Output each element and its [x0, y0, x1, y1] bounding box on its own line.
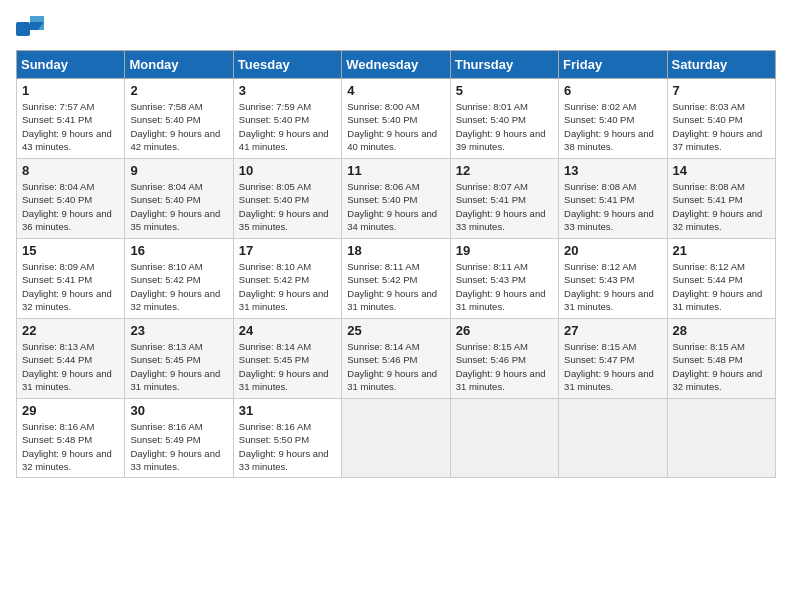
weekday-header-thursday: Thursday — [450, 51, 558, 79]
calendar-table: SundayMondayTuesdayWednesdayThursdayFrid… — [16, 50, 776, 478]
calendar-week-4: 22 Sunrise: 8:13 AMSunset: 5:44 PMDaylig… — [17, 319, 776, 399]
calendar-cell: 20 Sunrise: 8:12 AMSunset: 5:43 PMDaylig… — [559, 239, 667, 319]
weekday-header-monday: Monday — [125, 51, 233, 79]
calendar-cell: 11 Sunrise: 8:06 AMSunset: 5:40 PMDaylig… — [342, 159, 450, 239]
cell-info: Sunrise: 8:03 AMSunset: 5:40 PMDaylight:… — [673, 101, 763, 152]
calendar-cell: 15 Sunrise: 8:09 AMSunset: 5:41 PMDaylig… — [17, 239, 125, 319]
cell-info: Sunrise: 8:14 AMSunset: 5:46 PMDaylight:… — [347, 341, 437, 392]
page-header — [16, 16, 776, 38]
calendar-cell: 14 Sunrise: 8:08 AMSunset: 5:41 PMDaylig… — [667, 159, 775, 239]
day-number: 4 — [347, 83, 444, 98]
calendar-cell: 28 Sunrise: 8:15 AMSunset: 5:48 PMDaylig… — [667, 319, 775, 399]
cell-info: Sunrise: 8:08 AMSunset: 5:41 PMDaylight:… — [564, 181, 654, 232]
calendar-cell: 25 Sunrise: 8:14 AMSunset: 5:46 PMDaylig… — [342, 319, 450, 399]
cell-info: Sunrise: 8:14 AMSunset: 5:45 PMDaylight:… — [239, 341, 329, 392]
day-number: 16 — [130, 243, 227, 258]
calendar-cell: 3 Sunrise: 7:59 AMSunset: 5:40 PMDayligh… — [233, 79, 341, 159]
cell-info: Sunrise: 7:58 AMSunset: 5:40 PMDaylight:… — [130, 101, 220, 152]
cell-info: Sunrise: 8:15 AMSunset: 5:48 PMDaylight:… — [673, 341, 763, 392]
day-number: 19 — [456, 243, 553, 258]
day-number: 28 — [673, 323, 770, 338]
cell-info: Sunrise: 8:00 AMSunset: 5:40 PMDaylight:… — [347, 101, 437, 152]
cell-info: Sunrise: 8:08 AMSunset: 5:41 PMDaylight:… — [673, 181, 763, 232]
calendar-cell — [559, 399, 667, 478]
day-number: 11 — [347, 163, 444, 178]
cell-info: Sunrise: 8:09 AMSunset: 5:41 PMDaylight:… — [22, 261, 112, 312]
cell-info: Sunrise: 8:11 AMSunset: 5:42 PMDaylight:… — [347, 261, 437, 312]
calendar-cell: 30 Sunrise: 8:16 AMSunset: 5:49 PMDaylig… — [125, 399, 233, 478]
day-number: 25 — [347, 323, 444, 338]
calendar-cell: 17 Sunrise: 8:10 AMSunset: 5:42 PMDaylig… — [233, 239, 341, 319]
calendar-cell — [342, 399, 450, 478]
calendar-week-1: 1 Sunrise: 7:57 AMSunset: 5:41 PMDayligh… — [17, 79, 776, 159]
day-number: 20 — [564, 243, 661, 258]
cell-info: Sunrise: 8:13 AMSunset: 5:45 PMDaylight:… — [130, 341, 220, 392]
cell-info: Sunrise: 8:11 AMSunset: 5:43 PMDaylight:… — [456, 261, 546, 312]
calendar-cell: 2 Sunrise: 7:58 AMSunset: 5:40 PMDayligh… — [125, 79, 233, 159]
calendar-cell: 1 Sunrise: 7:57 AMSunset: 5:41 PMDayligh… — [17, 79, 125, 159]
calendar-cell: 29 Sunrise: 8:16 AMSunset: 5:48 PMDaylig… — [17, 399, 125, 478]
weekday-header-row: SundayMondayTuesdayWednesdayThursdayFrid… — [17, 51, 776, 79]
cell-info: Sunrise: 8:15 AMSunset: 5:47 PMDaylight:… — [564, 341, 654, 392]
day-number: 29 — [22, 403, 119, 418]
calendar-cell: 8 Sunrise: 8:04 AMSunset: 5:40 PMDayligh… — [17, 159, 125, 239]
cell-info: Sunrise: 8:01 AMSunset: 5:40 PMDaylight:… — [456, 101, 546, 152]
day-number: 27 — [564, 323, 661, 338]
calendar-cell: 16 Sunrise: 8:10 AMSunset: 5:42 PMDaylig… — [125, 239, 233, 319]
svg-rect-0 — [16, 22, 30, 36]
cell-info: Sunrise: 8:06 AMSunset: 5:40 PMDaylight:… — [347, 181, 437, 232]
day-number: 23 — [130, 323, 227, 338]
day-number: 12 — [456, 163, 553, 178]
calendar-cell: 9 Sunrise: 8:04 AMSunset: 5:40 PMDayligh… — [125, 159, 233, 239]
day-number: 31 — [239, 403, 336, 418]
day-number: 15 — [22, 243, 119, 258]
cell-info: Sunrise: 8:04 AMSunset: 5:40 PMDaylight:… — [130, 181, 220, 232]
weekday-header-sunday: Sunday — [17, 51, 125, 79]
calendar-week-3: 15 Sunrise: 8:09 AMSunset: 5:41 PMDaylig… — [17, 239, 776, 319]
day-number: 13 — [564, 163, 661, 178]
day-number: 24 — [239, 323, 336, 338]
calendar-cell: 13 Sunrise: 8:08 AMSunset: 5:41 PMDaylig… — [559, 159, 667, 239]
calendar-cell: 26 Sunrise: 8:15 AMSunset: 5:46 PMDaylig… — [450, 319, 558, 399]
calendar-cell: 6 Sunrise: 8:02 AMSunset: 5:40 PMDayligh… — [559, 79, 667, 159]
day-number: 2 — [130, 83, 227, 98]
calendar-cell — [667, 399, 775, 478]
day-number: 26 — [456, 323, 553, 338]
cell-info: Sunrise: 8:10 AMSunset: 5:42 PMDaylight:… — [239, 261, 329, 312]
day-number: 3 — [239, 83, 336, 98]
cell-info: Sunrise: 8:04 AMSunset: 5:40 PMDaylight:… — [22, 181, 112, 232]
cell-info: Sunrise: 8:16 AMSunset: 5:48 PMDaylight:… — [22, 421, 112, 472]
cell-info: Sunrise: 7:59 AMSunset: 5:40 PMDaylight:… — [239, 101, 329, 152]
calendar-cell: 31 Sunrise: 8:16 AMSunset: 5:50 PMDaylig… — [233, 399, 341, 478]
day-number: 30 — [130, 403, 227, 418]
calendar-week-2: 8 Sunrise: 8:04 AMSunset: 5:40 PMDayligh… — [17, 159, 776, 239]
weekday-header-wednesday: Wednesday — [342, 51, 450, 79]
calendar-cell: 27 Sunrise: 8:15 AMSunset: 5:47 PMDaylig… — [559, 319, 667, 399]
weekday-header-friday: Friday — [559, 51, 667, 79]
cell-info: Sunrise: 8:02 AMSunset: 5:40 PMDaylight:… — [564, 101, 654, 152]
day-number: 21 — [673, 243, 770, 258]
calendar-cell — [450, 399, 558, 478]
cell-info: Sunrise: 8:05 AMSunset: 5:40 PMDaylight:… — [239, 181, 329, 232]
day-number: 9 — [130, 163, 227, 178]
calendar-cell: 10 Sunrise: 8:05 AMSunset: 5:40 PMDaylig… — [233, 159, 341, 239]
logo — [16, 16, 50, 38]
day-number: 1 — [22, 83, 119, 98]
day-number: 10 — [239, 163, 336, 178]
cell-info: Sunrise: 7:57 AMSunset: 5:41 PMDaylight:… — [22, 101, 112, 152]
calendar-cell: 12 Sunrise: 8:07 AMSunset: 5:41 PMDaylig… — [450, 159, 558, 239]
calendar-cell: 4 Sunrise: 8:00 AMSunset: 5:40 PMDayligh… — [342, 79, 450, 159]
calendar-cell: 18 Sunrise: 8:11 AMSunset: 5:42 PMDaylig… — [342, 239, 450, 319]
cell-info: Sunrise: 8:15 AMSunset: 5:46 PMDaylight:… — [456, 341, 546, 392]
day-number: 22 — [22, 323, 119, 338]
weekday-header-tuesday: Tuesday — [233, 51, 341, 79]
day-number: 17 — [239, 243, 336, 258]
calendar-week-5: 29 Sunrise: 8:16 AMSunset: 5:48 PMDaylig… — [17, 399, 776, 478]
calendar-cell: 22 Sunrise: 8:13 AMSunset: 5:44 PMDaylig… — [17, 319, 125, 399]
day-number: 5 — [456, 83, 553, 98]
logo-icon — [16, 16, 46, 38]
calendar-cell: 23 Sunrise: 8:13 AMSunset: 5:45 PMDaylig… — [125, 319, 233, 399]
calendar-cell: 19 Sunrise: 8:11 AMSunset: 5:43 PMDaylig… — [450, 239, 558, 319]
day-number: 14 — [673, 163, 770, 178]
day-number: 7 — [673, 83, 770, 98]
